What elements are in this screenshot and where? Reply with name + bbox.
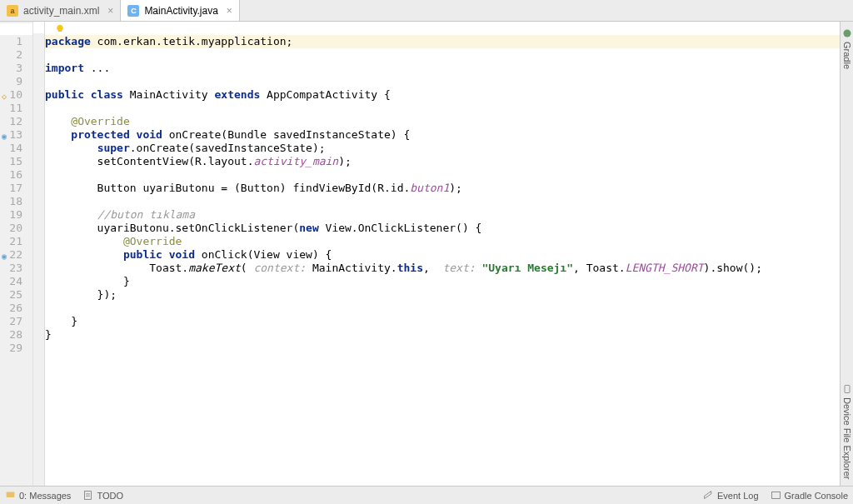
todo-icon xyxy=(82,490,93,501)
gradle-console-icon xyxy=(771,490,781,501)
line-number: 17 xyxy=(0,182,32,195)
line-number: 21 xyxy=(0,235,32,248)
svg-rect-4 xyxy=(771,492,780,498)
code-editor[interactable]: package com.erkan.tetik.myapplication; i… xyxy=(45,22,840,486)
line-number: 13◉ xyxy=(0,128,32,142)
line-number: 27 xyxy=(0,315,32,328)
line-number: 19 xyxy=(0,208,32,222)
line-number: 9 xyxy=(0,75,32,88)
svg-rect-1 xyxy=(845,385,850,392)
line-number: 2 xyxy=(0,48,32,62)
tab-main-activity-java[interactable]: C MainActivity.java × xyxy=(121,0,240,21)
messages-icon xyxy=(5,490,16,501)
xml-file-icon: a xyxy=(7,5,18,17)
tab-label: MainActivity.java xyxy=(144,5,217,17)
fold-gutter xyxy=(33,22,45,486)
line-number: 11 xyxy=(0,102,32,115)
line-number: 14 xyxy=(0,142,32,155)
status-event-log[interactable]: Event Log xyxy=(703,490,759,501)
close-icon[interactable]: × xyxy=(227,5,232,17)
right-tool-window-bar: Gradle Device File Explorer xyxy=(840,22,853,486)
line-number: 1 xyxy=(0,35,32,48)
line-number: 12 xyxy=(0,115,32,128)
status-bar: 0: Messages TODO Event Log Gradle Consol… xyxy=(0,486,853,504)
java-file-icon: C xyxy=(127,5,139,17)
line-number: 15 xyxy=(0,155,32,168)
tab-label: activity_main.xml xyxy=(23,5,99,17)
line-number: 23 xyxy=(0,262,32,275)
device-icon xyxy=(842,384,852,394)
svg-rect-3 xyxy=(85,492,92,500)
editor-wrap: 123910◇111213◉141516171819202122◉2324252… xyxy=(0,22,853,486)
editor-tab-bar: a activity_main.xml × C MainActivity.jav… xyxy=(0,0,853,22)
gradle-icon xyxy=(842,28,852,38)
line-number: 20 xyxy=(0,222,32,235)
line-number: 10◇ xyxy=(0,88,32,102)
line-number: 25 xyxy=(0,288,32,302)
line-number-gutter: 123910◇111213◉141516171819202122◉2324252… xyxy=(0,22,33,486)
tab-activity-main-xml[interactable]: a activity_main.xml × xyxy=(0,0,121,21)
line-number: 28 xyxy=(0,328,32,342)
line-number: 29 xyxy=(0,342,32,355)
line-number: 3 xyxy=(0,62,32,75)
status-messages[interactable]: 0: Messages xyxy=(5,490,71,501)
side-tab-gradle[interactable]: Gradle xyxy=(842,22,852,76)
line-number: 26 xyxy=(0,302,32,315)
line-number: 16 xyxy=(0,168,32,182)
status-gradle-console[interactable]: Gradle Console xyxy=(771,490,848,501)
intention-bulb-icon[interactable] xyxy=(55,24,65,34)
side-tab-device-file-explorer[interactable]: Device File Explorer xyxy=(842,377,852,486)
svg-point-0 xyxy=(843,30,851,37)
line-number: 22◉ xyxy=(0,248,32,262)
line-number: 24 xyxy=(0,275,32,288)
status-todo[interactable]: TODO xyxy=(82,490,123,501)
line-number: 18 xyxy=(0,195,32,208)
svg-rect-2 xyxy=(7,492,15,497)
event-log-icon xyxy=(703,490,714,501)
close-icon[interactable]: × xyxy=(107,5,113,17)
